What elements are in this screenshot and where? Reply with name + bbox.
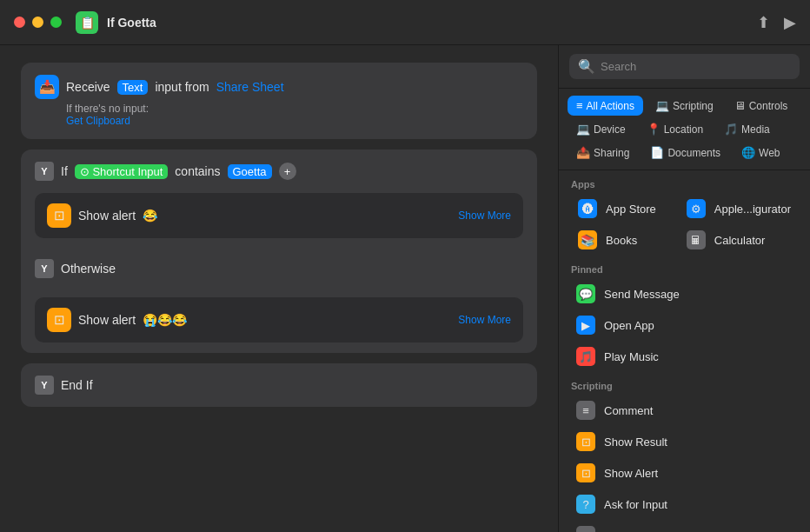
- add-condition-button[interactable]: +: [279, 163, 296, 180]
- goetta-tag[interactable]: Goetta: [228, 164, 272, 179]
- location-label: Location: [664, 123, 703, 136]
- cat-all-actions[interactable]: ≡ All Actions: [568, 96, 643, 116]
- receive-card-sub: If there's no input: Get Clipboard: [66, 103, 523, 127]
- apple-igurator-icon: ⚙: [687, 199, 706, 218]
- close-button[interactable]: [14, 17, 25, 28]
- open-app-icon: ▶: [576, 316, 595, 335]
- cat-scripting[interactable]: 💻 Scripting: [647, 96, 722, 116]
- show-alert-2-left: ⊡ Show alert 😭😂😂: [47, 308, 187, 332]
- window-title: If Goetta: [107, 16, 757, 30]
- scripting-section-label: Scripting: [559, 372, 810, 395]
- otherwise-bar: Y Otherwise: [21, 249, 537, 289]
- get-clipboard-link[interactable]: Get Clipboard: [66, 115, 130, 127]
- sidebar-item-send-message[interactable]: 💬 Send Message: [564, 278, 805, 309]
- device-label: Device: [594, 123, 626, 136]
- show-alert-1-icon: ⊡: [47, 203, 71, 228]
- receive-icon: 📥: [35, 75, 59, 99]
- sidebar-item-comment[interactable]: ≡ Comment: [564, 395, 805, 426]
- show-alert-2-emoji: 😭😂😂: [143, 313, 187, 327]
- shortcut-input-tag[interactable]: ⊙ Shortcut Input: [75, 164, 169, 179]
- end-if-header: Y End If: [35, 376, 523, 395]
- minimize-button[interactable]: [32, 17, 43, 28]
- end-if-icon: Y: [35, 376, 54, 395]
- comment-icon: ≡: [576, 401, 595, 420]
- right-sidebar: 🔍 ≡ All Actions 💻 Scripting 🖥 Controls 💻…: [558, 45, 810, 532]
- count-icon: Σ: [576, 526, 595, 532]
- receive-card-header: 📥 Receive Text input from Share Sheet: [35, 75, 523, 99]
- ask-for-input-label: Ask for Input: [604, 498, 667, 511]
- titlebar-actions: ⬆ ▶: [757, 13, 796, 32]
- open-app-label: Open App: [604, 319, 654, 332]
- web-icon: 🌐: [741, 146, 755, 159]
- pinned-section-label: Pinned: [559, 256, 810, 278]
- calculator-icon: 🖩: [687, 230, 706, 249]
- fullscreen-button[interactable]: [50, 17, 62, 28]
- books-icon: 📚: [578, 230, 597, 249]
- cat-device[interactable]: 💻 Device: [568, 119, 634, 139]
- end-if-label: End If: [61, 378, 93, 392]
- show-more-2-button[interactable]: Show More: [458, 314, 511, 326]
- apps-section-label: Apps: [559, 170, 810, 193]
- sidebar-item-apple-igurator[interactable]: ⚙ Apple...igurator: [674, 193, 803, 224]
- sidebar-item-show-result[interactable]: ⊡ Show Result: [564, 426, 805, 457]
- controls-icon: 🖥: [734, 99, 746, 112]
- send-message-label: Send Message: [604, 288, 680, 301]
- sidebar-item-app-store[interactable]: 🅐 App Store: [566, 193, 671, 224]
- sidebar-list: Apps 🅐 App Store ⚙ Apple...igurator 📚 Bo…: [559, 170, 810, 532]
- cat-web[interactable]: 🌐 Web: [733, 143, 788, 163]
- all-actions-label: All Actions: [587, 100, 634, 112]
- show-alert-1-card: ⊡ Show alert 😂 Show More: [35, 193, 523, 238]
- show-result-icon: ⊡: [576, 432, 595, 451]
- search-input[interactable]: [601, 60, 791, 73]
- send-message-icon: 💬: [576, 284, 595, 303]
- search-icon: 🔍: [578, 58, 595, 75]
- otherwise-icon: Y: [35, 259, 54, 278]
- media-icon: 🎵: [724, 123, 738, 136]
- otherwise-label: Otherwise: [61, 262, 116, 276]
- web-label: Web: [759, 147, 780, 159]
- location-icon: 📍: [647, 123, 661, 136]
- if-block: Y If ⊙ Shortcut Input contains Goetta + …: [21, 150, 537, 353]
- show-alert-1-label: Show alert: [78, 209, 136, 223]
- cat-controls[interactable]: 🖥 Controls: [726, 96, 797, 116]
- cat-sharing[interactable]: 📤 Sharing: [568, 143, 638, 163]
- documents-icon: 📄: [650, 146, 664, 159]
- media-label: Media: [741, 123, 770, 136]
- show-result-label: Show Result: [604, 436, 667, 449]
- sidebar-item-calculator[interactable]: 🖩 Calculator: [674, 224, 803, 256]
- calculator-label: Calculator: [714, 234, 766, 247]
- if-header: Y If ⊙ Shortcut Input contains Goetta +: [21, 150, 537, 193]
- share-button[interactable]: ⬆: [757, 13, 770, 32]
- text-tag[interactable]: Text: [117, 80, 149, 95]
- cat-media[interactable]: 🎵 Media: [715, 119, 779, 139]
- device-icon: 💻: [576, 123, 590, 136]
- sidebar-item-open-app[interactable]: ▶ Open App: [564, 309, 805, 341]
- cat-documents[interactable]: 📄 Documents: [641, 143, 729, 163]
- sidebar-item-play-music[interactable]: 🎵 Play Music: [564, 341, 805, 372]
- sidebar-item-books[interactable]: 📚 Books: [566, 224, 671, 256]
- apple-igurator-label: Apple...igurator: [714, 203, 791, 216]
- end-if-card: Y End If: [21, 363, 537, 407]
- cat-location[interactable]: 📍 Location: [638, 119, 712, 139]
- show-alert-icon: ⊡: [576, 463, 595, 482]
- contains-label: contains: [175, 164, 220, 178]
- traffic-lights: [14, 17, 62, 28]
- canvas: 📥 Receive Text input from Share Sheet If…: [0, 45, 558, 532]
- input-from-label: input from: [155, 80, 209, 94]
- sidebar-item-count[interactable]: Σ Count: [564, 520, 805, 532]
- search-input-wrap[interactable]: 🔍: [569, 54, 800, 79]
- all-actions-icon: ≡: [576, 99, 583, 112]
- sidebar-item-ask-for-input[interactable]: ? Ask for Input: [564, 489, 805, 520]
- play-music-icon: 🎵: [576, 347, 595, 366]
- share-sheet-link[interactable]: Share Sheet: [216, 80, 284, 94]
- category-pills: ≡ All Actions 💻 Scripting 🖥 Controls 💻 D…: [559, 89, 810, 170]
- show-alert-1-emoji: 😂: [143, 209, 157, 223]
- if-icon: Y: [35, 162, 54, 181]
- show-alert-2-card: ⊡ Show alert 😭😂😂 Show More: [35, 297, 523, 342]
- main-layout: 📥 Receive Text input from Share Sheet If…: [0, 45, 810, 532]
- comment-label: Comment: [604, 404, 653, 417]
- sidebar-item-show-alert[interactable]: ⊡ Show Alert: [564, 457, 805, 489]
- show-more-1-button[interactable]: Show More: [458, 209, 511, 222]
- run-button[interactable]: ▶: [784, 13, 796, 32]
- play-music-label: Play Music: [604, 350, 659, 363]
